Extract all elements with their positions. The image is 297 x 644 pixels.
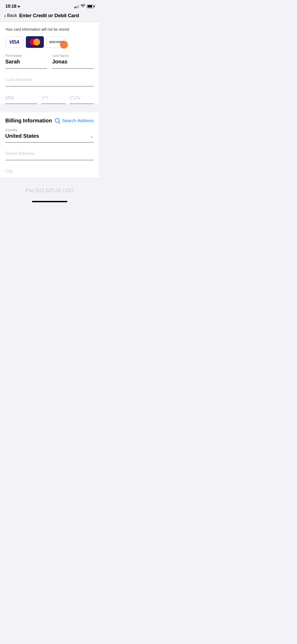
month-placeholder: MM <box>5 95 37 101</box>
name-row: First Name Sarah Last Name Jonas <box>5 54 94 77</box>
country-value: United States <box>5 133 39 139</box>
back-button[interactable]: ‹ Back <box>4 13 17 18</box>
back-label: Back <box>7 13 17 18</box>
country-field[interactable]: Country United States ⌄ <box>5 128 94 142</box>
mastercard-right-circle <box>33 39 40 45</box>
bottom-section: Pay $12,625.00 USD <box>0 178 99 198</box>
pay-button[interactable]: Pay $12,625.00 USD <box>5 183 94 198</box>
svg-line-1 <box>59 122 60 123</box>
street-placeholder: Street Address <box>5 151 35 156</box>
year-placeholder: YY <box>41 95 65 101</box>
billing-section: Billing Information Search Address Count… <box>0 112 99 178</box>
info-text: Your card information will not be stored <box>5 27 94 31</box>
back-chevron-icon: ‹ <box>4 13 6 18</box>
first-name-label: First Name <box>5 54 47 58</box>
last-name-value: Jonas <box>52 59 94 65</box>
chevron-down-icon: ⌄ <box>90 133 94 139</box>
discover-logo: DISCOVER <box>46 36 67 48</box>
status-icons <box>74 4 94 9</box>
status-bar: 10:18 ➤ <box>0 0 99 11</box>
year-field[interactable]: YY <box>41 95 65 104</box>
visa-logo: VISA <box>5 36 23 48</box>
main-content: Your card information will not be stored… <box>0 22 99 104</box>
signal-icon <box>74 4 79 8</box>
discover-circle <box>60 41 68 49</box>
country-label: Country <box>5 128 94 132</box>
first-name-field[interactable]: First Name Sarah <box>5 54 47 69</box>
first-name-value: Sarah <box>5 59 47 65</box>
last-name-field[interactable]: Last Name Jonas <box>52 54 94 69</box>
billing-header: Billing Information Search Address <box>5 112 94 128</box>
billing-title: Billing Information <box>5 118 52 124</box>
cvv-placeholder: CVV <box>70 95 94 101</box>
search-address-label: Search Address <box>62 118 94 123</box>
page-title: Enter Credit or Debit Card <box>19 13 79 19</box>
city-field[interactable]: City <box>5 169 94 178</box>
month-field[interactable]: MM <box>5 95 37 104</box>
home-indicator <box>0 198 99 204</box>
expiry-cvv-row: MM YY CVV <box>5 95 94 104</box>
card-logos: VISA DISCOVER <box>5 36 94 48</box>
search-icon <box>55 118 60 124</box>
last-name-label: Last Name <box>52 54 94 58</box>
battery-icon <box>87 5 94 8</box>
card-number-placeholder: Card Number <box>5 77 32 82</box>
nav-bar: ‹ Back Enter Credit or Debit Card <box>0 11 99 22</box>
search-address-button[interactable]: Search Address <box>55 118 94 124</box>
cvv-field[interactable]: CVV <box>70 95 94 104</box>
location-icon: ➤ <box>17 4 20 8</box>
mastercard-circles <box>30 39 40 45</box>
country-value-row[interactable]: United States ⌄ <box>5 133 94 142</box>
street-address-field[interactable]: Street Address <box>5 151 94 160</box>
status-time: 10:18 ➤ <box>5 4 20 9</box>
card-number-field[interactable]: Card Number <box>5 77 94 86</box>
city-placeholder: City <box>5 169 13 174</box>
wifi-icon <box>81 4 85 9</box>
mastercard-logo <box>26 36 44 48</box>
home-bar <box>32 201 67 202</box>
